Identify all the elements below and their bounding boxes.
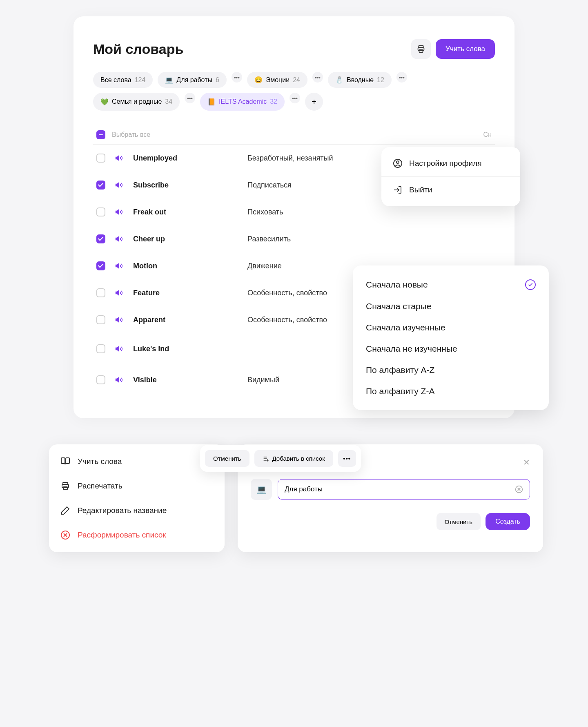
modal-cancel-button[interactable]: Отменить bbox=[437, 513, 481, 530]
sort-label: По алфавиту A-Z bbox=[366, 365, 434, 375]
add-to-list-button[interactable]: Добавить в список bbox=[254, 450, 333, 467]
category-chip[interactable]: 🧂Вводные12 bbox=[328, 72, 392, 88]
category-chip[interactable]: 💻Для работы6 bbox=[158, 72, 227, 88]
learn-words-button[interactable]: Учить слова bbox=[436, 39, 495, 59]
chip-label: Эмоции bbox=[266, 76, 290, 84]
play-sound-button[interactable] bbox=[115, 376, 123, 384]
chip-more-button[interactable]: ••• bbox=[290, 93, 300, 103]
sort-option[interactable]: Сначала изученные bbox=[353, 317, 549, 338]
word-checkbox[interactable] bbox=[96, 344, 105, 353]
category-chip[interactable]: 📙IELTS Academic32 bbox=[200, 93, 285, 111]
play-sound-button[interactable] bbox=[115, 345, 123, 353]
category-chip[interactable]: Все слова124 bbox=[93, 72, 153, 88]
select-all-label: Выбрать все bbox=[112, 131, 150, 138]
word-checkbox[interactable] bbox=[96, 261, 105, 270]
printer-icon bbox=[416, 45, 425, 54]
chip-label: Для работы bbox=[176, 76, 212, 84]
input-row: 💻 Для работы bbox=[251, 479, 530, 500]
sort-label: По алфавиту Z-A bbox=[366, 386, 434, 396]
list-context-menu: Учить слова Распечатать Редактировать на… bbox=[49, 444, 225, 552]
sort-option[interactable]: Сначала не изученные bbox=[353, 338, 549, 359]
ctx-label: Редактировать название bbox=[78, 506, 167, 515]
word-english: Apparent bbox=[133, 316, 247, 324]
word-checkbox[interactable] bbox=[96, 181, 105, 190]
word-translation: Психовать bbox=[247, 208, 492, 216]
page-title: Мой словарь bbox=[93, 41, 183, 57]
header: Мой словарь Учить слова bbox=[93, 39, 495, 59]
word-checkbox[interactable] bbox=[96, 154, 105, 163]
chip-label: Семья и родные bbox=[112, 98, 162, 105]
sort-label-partial: Сн bbox=[483, 131, 492, 138]
chip-emoji: 🧂 bbox=[335, 76, 343, 84]
more-actions-button[interactable]: ••• bbox=[338, 450, 356, 467]
close-icon[interactable]: ✕ bbox=[523, 457, 530, 467]
word-english: Visible bbox=[133, 376, 247, 384]
ctx-label: Расформировать список bbox=[78, 531, 166, 540]
header-actions: Учить слова bbox=[411, 39, 495, 59]
word-translation: Развесилить bbox=[247, 235, 492, 243]
sort-option[interactable]: По алфавиту A-Z bbox=[353, 359, 549, 381]
chip-more-button[interactable]: ••• bbox=[396, 72, 407, 83]
play-sound-button[interactable] bbox=[115, 154, 123, 162]
logout-item[interactable]: Выйти bbox=[381, 176, 520, 203]
chip-count: 32 bbox=[270, 98, 277, 105]
ctx-disband-item[interactable]: Расформировать список bbox=[49, 523, 225, 547]
sort-label: Сначала не изученные bbox=[366, 344, 457, 354]
chip-emoji: 💻 bbox=[165, 76, 173, 84]
word-english: Freak out bbox=[133, 208, 247, 216]
word-checkbox[interactable] bbox=[96, 234, 105, 243]
selection-action-bar: Отменить Добавить в список ••• bbox=[200, 445, 361, 472]
category-chips: Все слова124💻Для работы6•••😄Эмоции24•••🧂… bbox=[93, 72, 495, 111]
word-row: Cheer up Развесилить bbox=[93, 225, 495, 252]
chip-more-button[interactable]: ••• bbox=[312, 72, 323, 83]
modal-create-button[interactable]: Создать bbox=[486, 513, 530, 530]
menu-label: Выйти bbox=[409, 185, 432, 194]
x-circle-icon bbox=[60, 530, 70, 540]
chip-count: 34 bbox=[165, 98, 172, 105]
printer-icon bbox=[60, 481, 70, 491]
category-chip[interactable]: 💚Семья и родные34 bbox=[93, 93, 180, 111]
print-button[interactable] bbox=[411, 39, 431, 59]
word-checkbox[interactable] bbox=[96, 375, 105, 384]
chip-emoji: 📙 bbox=[207, 98, 216, 106]
word-english: Subscribe bbox=[133, 181, 247, 190]
category-chip[interactable]: 😄Эмоции24 bbox=[247, 72, 307, 88]
play-sound-button[interactable] bbox=[115, 262, 123, 270]
play-sound-button[interactable] bbox=[115, 208, 123, 216]
input-value: Для работы bbox=[285, 485, 323, 493]
word-english: Cheer up bbox=[133, 235, 247, 243]
word-english: Feature bbox=[133, 289, 247, 297]
list-name-input[interactable]: Для работы bbox=[278, 479, 530, 500]
chip-label: Вводные bbox=[347, 76, 374, 84]
select-all-checkbox[interactable] bbox=[96, 130, 105, 139]
modal-footer: Отменить Создать bbox=[251, 513, 530, 530]
play-sound-button[interactable] bbox=[115, 316, 123, 324]
word-english: Motion bbox=[133, 262, 247, 270]
word-english: Luke's ind bbox=[133, 345, 247, 353]
sort-option[interactable]: По алфавиту Z-A bbox=[353, 381, 549, 402]
sort-label: Сначала старые bbox=[366, 301, 431, 311]
play-sound-button[interactable] bbox=[115, 235, 123, 243]
emoji-picker-button[interactable]: 💻 bbox=[251, 479, 272, 500]
play-sound-button[interactable] bbox=[115, 289, 123, 297]
chip-more-button[interactable]: ••• bbox=[185, 93, 195, 103]
svg-point-4 bbox=[396, 161, 399, 163]
chip-emoji: 😄 bbox=[254, 76, 263, 84]
sort-option[interactable]: Сначала новые bbox=[353, 274, 549, 296]
selected-emoji: 💻 bbox=[256, 484, 267, 494]
play-sound-button[interactable] bbox=[115, 181, 123, 189]
sort-option[interactable]: Сначала старые bbox=[353, 296, 549, 317]
chip-more-button[interactable]: ••• bbox=[232, 72, 242, 83]
clear-input-button[interactable] bbox=[515, 485, 523, 493]
book-open-icon bbox=[60, 457, 70, 466]
profile-settings-item[interactable]: Настройки профиля bbox=[381, 150, 520, 176]
word-checkbox[interactable] bbox=[96, 207, 105, 216]
ctx-label: Распечатать bbox=[78, 482, 122, 491]
ctx-learn-item[interactable]: Учить слова bbox=[49, 449, 225, 474]
add-category-button[interactable]: + bbox=[305, 93, 323, 111]
word-checkbox[interactable] bbox=[96, 315, 105, 324]
ctx-rename-item[interactable]: Редактировать название bbox=[49, 498, 225, 523]
ctx-print-item[interactable]: Распечатать bbox=[49, 474, 225, 498]
cancel-selection-button[interactable]: Отменить bbox=[205, 450, 249, 467]
word-checkbox[interactable] bbox=[96, 288, 105, 297]
